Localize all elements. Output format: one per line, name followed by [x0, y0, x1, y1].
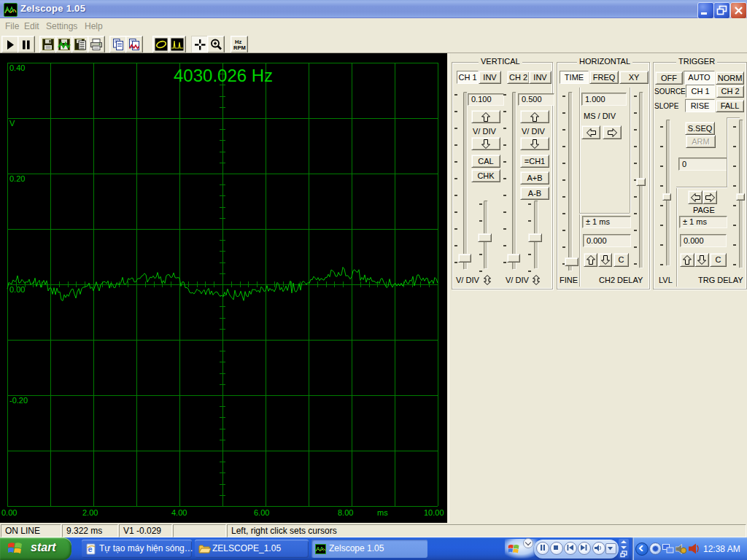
svg-text:0.00: 0.00: [9, 285, 25, 294]
svg-text:4030.026 Hz: 4030.026 Hz: [174, 66, 273, 85]
svg-text:0.40: 0.40: [9, 63, 25, 72]
svg-text:-0.20: -0.20: [9, 396, 28, 405]
svg-text:RPM: RPM: [233, 44, 246, 51]
svg-text:10.00: 10.00: [424, 508, 444, 517]
svg-text:V: V: [9, 119, 15, 128]
svg-text:2.00: 2.00: [82, 508, 98, 517]
svg-text:6.00: 6.00: [254, 508, 269, 517]
svg-text:8.00: 8.00: [338, 508, 353, 517]
svg-text:0.00: 0.00: [1, 508, 17, 517]
svg-text:ms: ms: [377, 508, 388, 517]
svg-text:4.00: 4.00: [171, 508, 187, 517]
svg-text:0.20: 0.20: [9, 174, 25, 183]
